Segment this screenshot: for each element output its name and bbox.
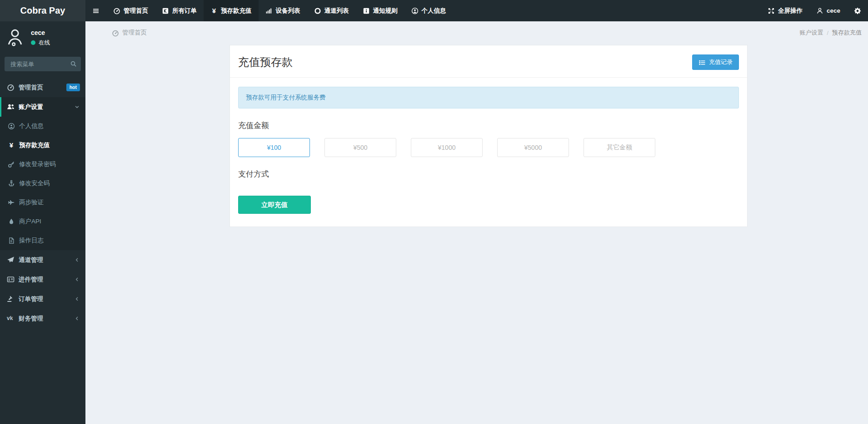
- sidebar-item-change-password[interactable]: 修改登录密码: [0, 155, 85, 174]
- breadcrumb-trail: 账户设置 / 预存款充值: [799, 29, 862, 37]
- navbar-right: 全屏操作 cece: [761, 0, 868, 21]
- fullscreen-icon: [768, 7, 775, 15]
- key-icon: [8, 161, 15, 168]
- breadcrumb: 管理首页 账户设置 / 预存款充值: [85, 21, 868, 41]
- amount-option-500[interactable]: ¥500: [324, 138, 396, 157]
- notice-icon: [363, 7, 370, 15]
- sidebar-item-personal-info[interactable]: 个人信息: [0, 117, 85, 136]
- account-settings-submenu: 个人信息 ¥ 预存款充值 修改登录密码 修改安全码: [0, 117, 85, 250]
- search-icon[interactable]: [70, 60, 77, 67]
- yen-icon: ¥: [210, 7, 218, 15]
- payment-method-label: 支付方式: [238, 169, 739, 179]
- vk-icon: vk: [7, 315, 15, 322]
- amount-option-custom[interactable]: 其它金额: [584, 138, 655, 157]
- topnav-item-device-list[interactable]: 设备列表: [259, 0, 307, 21]
- sidebar-search: [5, 57, 81, 71]
- users-icon: [7, 103, 15, 111]
- top-navbar: Cobra Pay 管理首页 所有订单 ¥ 预存款充值 设备: [0, 0, 868, 21]
- sidebar-item-finance-management[interactable]: vk 财务管理: [0, 309, 85, 328]
- content-area: 管理首页 账户设置 / 预存款充值 充值预存款 充值记录 预存款可用于支付系统服…: [85, 0, 868, 227]
- search-input[interactable]: [5, 57, 81, 71]
- online-dot-icon: [31, 40, 35, 45]
- drop-icon: [8, 218, 15, 225]
- sidebar-item-channel-management[interactable]: 通道管理: [0, 250, 85, 270]
- sidebar-item-operation-log[interactable]: 操作日志: [0, 231, 85, 250]
- sidebar-menu: 管理首页 hot 账户设置 个人信息 ¥ 预存款充值: [0, 78, 85, 328]
- id-card-icon: [7, 276, 15, 283]
- hamburger-icon: [92, 7, 100, 15]
- sidebar-item-change-security-code[interactable]: 修改安全码: [0, 174, 85, 193]
- amount-option-100[interactable]: ¥100: [238, 138, 310, 157]
- user-info: cece 在线: [31, 29, 50, 47]
- topnav-item-dashboard[interactable]: 管理首页: [106, 0, 155, 21]
- amount-option-5000[interactable]: ¥5000: [497, 138, 569, 157]
- sidebar-item-two-step-verification[interactable]: 两步验证: [0, 193, 85, 212]
- sidebar-item-dashboard[interactable]: 管理首页 hot: [0, 78, 85, 97]
- user-status: 在线: [31, 39, 50, 47]
- chevron-down-icon: [74, 104, 80, 110]
- navbar-user[interactable]: cece: [809, 0, 847, 21]
- breadcrumb-parent[interactable]: 账户设置: [799, 29, 823, 37]
- topnav-item-all-orders[interactable]: 所有订单: [155, 0, 204, 21]
- brand-logo[interactable]: Cobra Pay: [0, 0, 85, 21]
- recharge-history-button[interactable]: 充值记录: [692, 54, 739, 70]
- settings-button[interactable]: [847, 0, 868, 21]
- breadcrumb-current: 预存款充值: [832, 29, 862, 37]
- recharge-now-button[interactable]: 立即充值: [238, 196, 311, 214]
- amount-label: 充值金额: [238, 120, 739, 131]
- gear-icon: [854, 7, 861, 15]
- amount-options: ¥100 ¥500 ¥1000 ¥5000 其它金额: [238, 138, 739, 157]
- sidebar-item-deposit-recharge[interactable]: ¥ 预存款充值: [0, 136, 85, 155]
- topnav-item-notify-rules[interactable]: 通知规则: [356, 0, 404, 21]
- chevron-left-icon: [74, 316, 80, 321]
- topnav-item-channel-list[interactable]: 通道列表: [307, 0, 356, 21]
- sidebar-item-order-management[interactable]: 订单管理: [0, 289, 85, 309]
- anchor-icon: [8, 180, 15, 187]
- hot-badge: hot: [66, 84, 80, 91]
- chevron-left-icon: [74, 276, 80, 282]
- user-circle-icon: [8, 123, 15, 130]
- deposit-notice: 预存款可用于支付系统服务费: [238, 87, 739, 108]
- breadcrumb-home[interactable]: 管理首页: [112, 29, 147, 37]
- amount-option-1000[interactable]: ¥1000: [411, 138, 483, 157]
- list-icon: [698, 59, 706, 65]
- breadcrumb-separator: /: [827, 30, 828, 36]
- dashboard-icon: [7, 84, 15, 91]
- dashboard-icon: [112, 30, 119, 36]
- orders-icon: [162, 7, 169, 15]
- sidebar: cece 在线 管理首页 hot 账户设置: [0, 21, 85, 424]
- signal-icon: [265, 7, 273, 15]
- dashboard-icon: [113, 7, 120, 15]
- user-avatar-icon: [5, 27, 25, 48]
- navbar-menu: 管理首页 所有订单 ¥ 预存款充值 设备列表 通道列表: [85, 0, 761, 21]
- sidebar-user-panel: cece 在线: [0, 21, 85, 55]
- page-title: 充值预存款: [238, 55, 293, 69]
- chevron-left-icon: [74, 257, 80, 263]
- sidebar-item-account-settings[interactable]: 账户设置: [0, 97, 85, 117]
- topnav-item-profile[interactable]: 个人信息: [404, 0, 453, 21]
- avatar-icon: [816, 7, 823, 15]
- user-name: cece: [31, 29, 50, 36]
- user-circle-icon: [411, 7, 419, 15]
- panel-header: 充值预存款 充值记录: [230, 45, 747, 78]
- recharge-panel: 充值预存款 充值记录 预存款可用于支付系统服务费 充值金额 ¥100 ¥500 …: [229, 45, 748, 227]
- panel-body: 预存款可用于支付系统服务费 充值金额 ¥100 ¥500 ¥1000 ¥5000…: [230, 78, 747, 227]
- ring-icon: [314, 7, 321, 15]
- chevron-left-icon: [74, 296, 80, 302]
- yen-icon: ¥: [8, 142, 15, 149]
- gavel-icon: [7, 295, 15, 303]
- sidebar-item-onboarding-management[interactable]: 进件管理: [0, 270, 85, 289]
- file-icon: [8, 237, 15, 244]
- jet-icon: [8, 199, 15, 206]
- topnav-item-deposit-recharge[interactable]: ¥ 预存款充值: [204, 0, 259, 21]
- sidebar-toggle[interactable]: [85, 0, 106, 21]
- paper-plane-icon: [7, 256, 15, 264]
- fullscreen-button[interactable]: 全屏操作: [761, 0, 809, 21]
- sidebar-item-merchant-api[interactable]: 商户API: [0, 212, 85, 231]
